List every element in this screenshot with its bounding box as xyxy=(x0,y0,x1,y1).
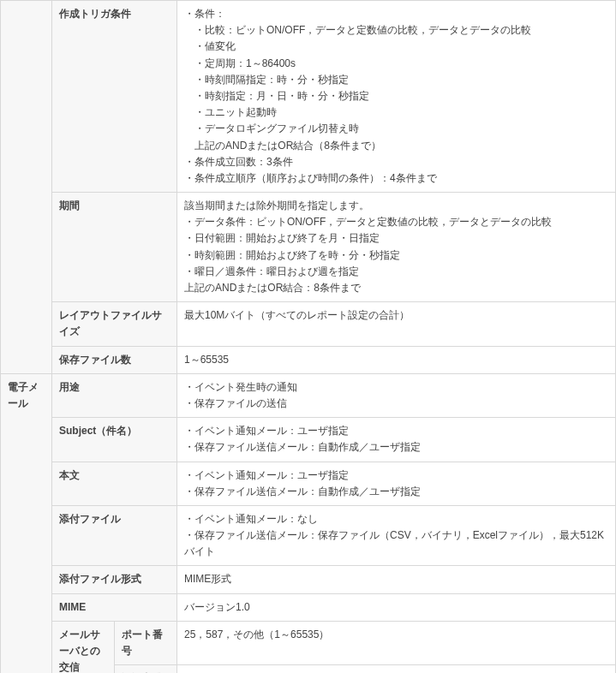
row-value: 1～65535 xyxy=(177,346,616,373)
row-label: 添付ファイル xyxy=(52,505,177,566)
row-label: メールサーバとの交信 xyxy=(52,621,115,673)
table-row: 電子メール 用途 ・イベント発生時の通知・保存ファイルの送信 xyxy=(1,373,616,417)
row-value: ・イベント通知メール：ユーザ指定・保存ファイル送信メール：自動作成／ユーザ指定 xyxy=(177,462,616,505)
row-value: バージョン1.0 xyxy=(177,593,616,621)
row-value: 25，587，その他（1～65535） xyxy=(177,621,616,664)
row-value: ・イベント通知メール：なし・保存ファイル送信メール：保存ファイル（CSV，バイナ… xyxy=(177,505,616,566)
row-label: レイアウトファイルサイズ xyxy=(52,302,177,346)
row-value: 該当期間または除外期間を指定します。・データ条件：ビットON/OFF，データと定… xyxy=(177,193,616,302)
table-row: 作成トリガ条件 ・条件： ・比較：ビットON/OFF，データと定数値の比較，デー… xyxy=(1,1,616,193)
sub-label: 認証方式 xyxy=(115,665,177,673)
row-value: 最大10Mバイト（すべてのレポート設定の合計） xyxy=(177,302,616,346)
sub-label: ポート番号 xyxy=(115,621,177,664)
row-value: ・認証なし・SMTP-AUTH(PLAIN, LOGIN, CRAM-MD5)・… xyxy=(177,665,616,673)
row-label: 保存ファイル数 xyxy=(52,346,177,373)
row-label: Subject（件名） xyxy=(52,418,177,462)
prev-category-cell xyxy=(1,1,52,374)
row-label: MIME xyxy=(52,593,177,621)
row-label: 期間 xyxy=(52,193,177,302)
row-value: ・条件： ・比較：ビットON/OFF，データと定数値の比較，データとデータの比較… xyxy=(177,1,616,193)
row-value: ・イベント発生時の通知・保存ファイルの送信 xyxy=(177,373,616,417)
table-row: レイアウトファイルサイズ 最大10Mバイト（すべてのレポート設定の合計） xyxy=(1,302,616,346)
spec-table: 作成トリガ条件 ・条件： ・比較：ビットON/OFF，データと定数値の比較，デー… xyxy=(0,0,616,673)
row-value: ・イベント通知メール：ユーザ指定・保存ファイル送信メール：自動作成／ユーザ指定 xyxy=(177,418,616,462)
category-email: 電子メール xyxy=(1,373,52,673)
row-label: 本文 xyxy=(52,462,177,505)
table-row: 添付ファイル ・イベント通知メール：なし・保存ファイル送信メール：保存ファイル（… xyxy=(1,505,616,566)
table-row: 本文 ・イベント通知メール：ユーザ指定・保存ファイル送信メール：自動作成／ユーザ… xyxy=(1,462,616,505)
row-value: MIME形式 xyxy=(177,566,616,593)
row-label: 用途 xyxy=(52,373,177,417)
row-label: 作成トリガ条件 xyxy=(52,1,177,193)
table-row: 保存ファイル数 1～65535 xyxy=(1,346,616,373)
row-label: 添付ファイル形式 xyxy=(52,566,177,593)
table-row: メールサーバとの交信 ポート番号 25，587，その他（1～65535） xyxy=(1,621,616,664)
table-row: Subject（件名） ・イベント通知メール：ユーザ指定・保存ファイル送信メール… xyxy=(1,418,616,462)
table-row: 添付ファイル形式 MIME形式 xyxy=(1,566,616,593)
table-row: MIME バージョン1.0 xyxy=(1,593,616,621)
table-row: 期間 該当期間または除外期間を指定します。・データ条件：ビットON/OFF，デー… xyxy=(1,193,616,302)
